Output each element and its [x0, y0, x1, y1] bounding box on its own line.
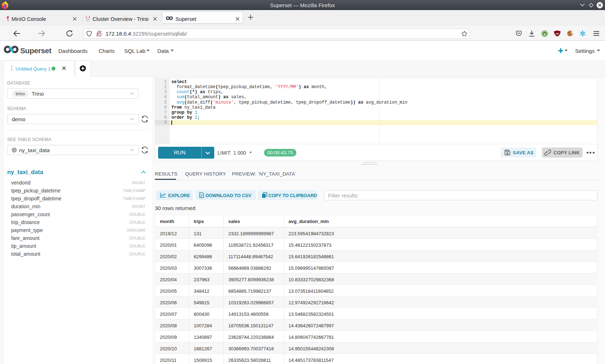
svg-text:uO: uO — [556, 32, 559, 35]
